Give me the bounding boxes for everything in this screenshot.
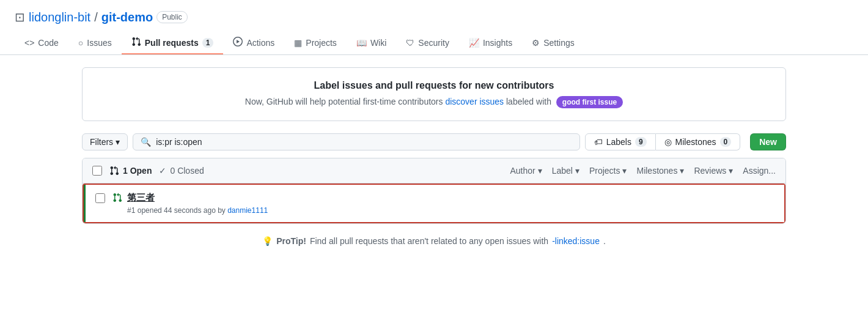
pr-opened-text: opened 44 seconds ago by	[138, 206, 226, 215]
milestones-count: 0	[720, 137, 732, 147]
tab-actions[interactable]: Actions	[223, 32, 284, 54]
pr-content: 第三者 #1 opened 44 seconds ago by danmie11…	[127, 192, 774, 215]
labels-label: Labels	[606, 137, 631, 147]
pr-number: #1	[127, 206, 135, 215]
projects-icon: ▦	[294, 38, 302, 48]
checkmark-icon: ✓	[159, 166, 166, 176]
tab-issues[interactable]: ○ Issues	[68, 32, 122, 54]
security-icon: 🛡	[406, 38, 414, 48]
labels-count: 9	[635, 137, 647, 147]
banner-prefix: Now, GitHub will help potential first-ti…	[245, 97, 443, 106]
label-chevron-icon: ▾	[575, 166, 579, 176]
labels-button[interactable]: 🏷 Labels 9	[585, 133, 656, 150]
tab-settings-label: Settings	[543, 38, 575, 48]
tab-pull-requests-label: Pull requests	[145, 38, 199, 48]
pull-requests-icon	[131, 37, 141, 48]
pr-title[interactable]: 第三者	[127, 192, 155, 202]
tab-pull-requests[interactable]: Pull requests 1	[122, 32, 224, 54]
bulb-icon: 💡	[262, 236, 273, 246]
linked-issue-link[interactable]: -linked:issue	[552, 236, 600, 246]
tab-wiki[interactable]: 📖 Wiki	[347, 32, 396, 54]
pull-requests-count: 1	[202, 38, 214, 48]
insights-icon: 📈	[469, 38, 479, 48]
pr-item: 第三者 #1 opened 44 seconds ago by danmie11…	[84, 185, 784, 222]
pr-header-left: 1 Open ✓ 0 Closed	[92, 166, 500, 176]
banner-middle-text: labeled with	[506, 97, 551, 106]
tab-projects-label: Projects	[306, 38, 337, 48]
protip: 💡 ProTip! Find all pull requests that ar…	[82, 224, 786, 258]
code-icon: <>	[24, 38, 34, 48]
label-icon: 🏷	[594, 137, 603, 147]
tab-insights-label: Insights	[483, 38, 512, 48]
open-count[interactable]: 1 Open	[109, 166, 152, 176]
pr-author-link[interactable]: danmie1111	[227, 206, 268, 215]
author-filter[interactable]: Author ▾	[510, 166, 542, 176]
settings-icon: ⚙	[532, 38, 540, 48]
public-badge: Public	[156, 11, 188, 23]
reviews-filter[interactable]: Reviews ▾	[694, 166, 733, 176]
tab-issues-label: Issues	[87, 38, 111, 48]
repo-owner-link[interactable]: lidonglin-bit	[29, 10, 90, 24]
reviews-chevron-icon: ▾	[729, 166, 733, 176]
milestones-filter-label: Milestones	[636, 166, 677, 176]
repo-name-link[interactable]: git-demo	[101, 10, 153, 24]
filters-button[interactable]: Filters ▾	[82, 133, 128, 150]
pr-list: 1 Open ✓ 0 Closed Author ▾ Label ▾ Proje…	[82, 158, 786, 224]
protip-prefix: ProTip!	[276, 236, 306, 246]
select-all-checkbox[interactable]	[92, 166, 102, 176]
closed-count[interactable]: ✓ 0 Closed	[159, 166, 204, 176]
filters-label: Filters	[90, 137, 113, 147]
tab-security[interactable]: 🛡 Security	[396, 32, 459, 54]
search-icon: 🔍	[141, 137, 151, 147]
pr-header-right: Author ▾ Label ▾ Projects ▾ Milestones ▾…	[510, 166, 776, 176]
milestone-icon: ◎	[664, 137, 672, 147]
milestones-chevron-icon: ▾	[680, 166, 684, 176]
tab-code[interactable]: <> Code	[15, 32, 68, 54]
issues-icon: ○	[78, 38, 83, 48]
new-pull-request-button[interactable]: New	[750, 133, 786, 150]
pr-open-icon	[112, 193, 122, 205]
tab-projects[interactable]: ▦ Projects	[284, 32, 347, 54]
reviews-filter-label: Reviews	[694, 166, 726, 176]
projects-filter-label: Projects	[589, 166, 620, 176]
chevron-down-icon: ▾	[116, 137, 120, 147]
discover-issues-link[interactable]: discover issues	[445, 97, 504, 106]
tab-insights[interactable]: 📈 Insights	[459, 32, 522, 54]
assignee-filter[interactable]: Assign...	[743, 166, 776, 176]
projects-filter[interactable]: Projects ▾	[589, 166, 627, 176]
tab-wiki-label: Wiki	[370, 38, 386, 48]
repo-icon: ⊡	[15, 10, 25, 24]
actions-icon	[233, 37, 243, 48]
milestones-filter[interactable]: Milestones ▾	[636, 166, 684, 176]
search-box: 🔍	[133, 133, 580, 150]
author-chevron-icon: ▾	[538, 166, 542, 176]
repo-separator: /	[94, 10, 98, 24]
filter-bar: Filters ▾ 🔍 🏷 Labels 9 ◎ Milestones 0 Ne…	[82, 133, 786, 150]
banner-title: Label issues and pull requests for new c…	[95, 80, 773, 91]
open-count-label: 1 Open	[123, 166, 152, 176]
search-input[interactable]	[156, 137, 572, 147]
milestones-button[interactable]: ◎ Milestones 0	[656, 133, 741, 150]
tab-code-label: Code	[38, 38, 58, 48]
wiki-icon: 📖	[356, 38, 367, 48]
pr-item-highlight-box: 第三者 #1 opened 44 seconds ago by danmie11…	[83, 184, 785, 223]
label-filter-label: Label	[552, 166, 573, 176]
protip-suffix: .	[603, 236, 606, 246]
label-filter[interactable]: Label ▾	[552, 166, 579, 176]
filter-right-buttons: 🏷 Labels 9 ◎ Milestones 0	[585, 133, 741, 150]
tab-actions-label: Actions	[246, 38, 274, 48]
pr-checkbox[interactable]	[95, 193, 105, 203]
pr-meta: #1 opened 44 seconds ago by danmie1111	[127, 206, 774, 215]
repo-title: ⊡ lidonglin-bit / git-demo Public	[15, 10, 853, 24]
closed-count-label: 0 Closed	[170, 166, 204, 176]
projects-chevron-icon: ▾	[622, 166, 627, 176]
tab-settings[interactable]: ⚙ Settings	[522, 32, 584, 54]
tab-security-label: Security	[418, 38, 449, 48]
contributor-banner: Label issues and pull requests for new c…	[82, 67, 786, 121]
milestones-label: Milestones	[675, 137, 716, 147]
nav-tabs: <> Code ○ Issues Pull requests 1 Actions	[15, 32, 853, 54]
banner-desc: Now, GitHub will help potential first-ti…	[95, 96, 773, 108]
good-first-issue-badge: good first issue	[556, 96, 623, 108]
assignee-filter-label: Assign...	[743, 166, 776, 176]
protip-text: Find all pull requests that aren't relat…	[310, 236, 548, 246]
